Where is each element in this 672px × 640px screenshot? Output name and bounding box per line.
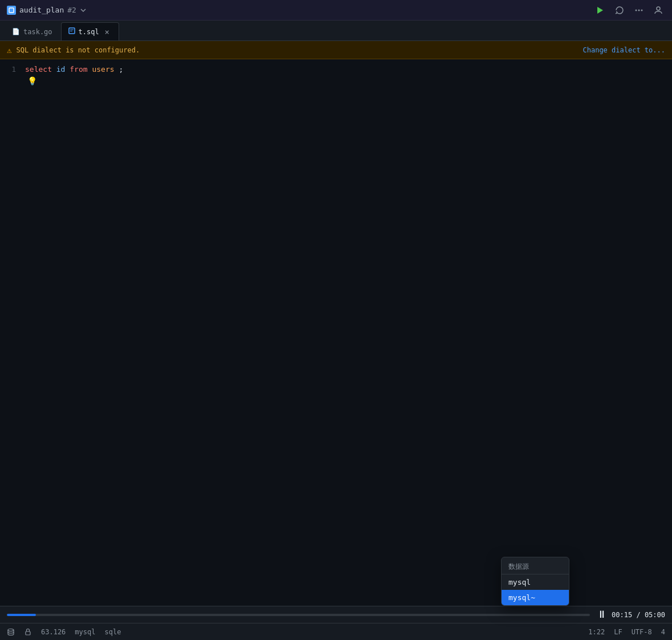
editor-container: 1 select id from users ; 💡	[0, 59, 672, 606]
progress-time: 00:15 / 05:00	[612, 611, 665, 619]
tab-task-go[interactable]: 📄 task.go	[5, 22, 60, 40]
statusbar-cursor: 1:22	[588, 628, 605, 636]
hint-bulb-icon: 💡	[27, 76, 37, 85]
run-number: #2	[67, 6, 76, 14]
statusbar-dialect[interactable]: mysql	[75, 628, 95, 636]
statusbar-lock[interactable]	[24, 628, 32, 636]
sql-file-icon	[68, 27, 75, 36]
svg-point-3	[638, 9, 640, 11]
dropdown-header: 数据源	[502, 557, 569, 574]
lock-icon	[24, 628, 32, 636]
statusbar-location: 63.126	[41, 628, 66, 636]
table-name: users	[92, 65, 114, 74]
svg-rect-0	[9, 8, 14, 13]
svg-point-9	[8, 629, 14, 631]
refresh-button[interactable]	[613, 3, 626, 17]
project-icon	[7, 6, 16, 15]
editor-line-hint: 💡	[0, 75, 672, 87]
chevron-down-icon[interactable]	[80, 7, 87, 14]
column-name: id	[56, 65, 66, 74]
dialect-value: mysql	[75, 628, 95, 636]
more-options-button[interactable]	[632, 3, 646, 17]
tabbar: 📄 task.go t.sql ×	[0, 21, 672, 41]
svg-marker-1	[597, 7, 603, 14]
statusbar: 63.126 mysql sqle 1:22 LF UTF-8 4	[0, 623, 672, 640]
statusbar-spaces: 4	[661, 628, 665, 636]
line-hint-content: 💡	[23, 75, 672, 87]
svg-rect-10	[26, 631, 30, 635]
change-dialect-link[interactable]: Change dialect to...	[583, 46, 666, 54]
tab-close-button[interactable]: ×	[103, 27, 112, 36]
dialect-dropdown: 数据源 mysql mysql~	[501, 557, 569, 606]
extra-value: sqle	[104, 628, 121, 636]
encoding-value: UTF-8	[632, 628, 652, 636]
spaces-value: 4	[661, 628, 665, 636]
pause-button[interactable]: ⏸	[597, 609, 607, 621]
progress-bar-container	[7, 614, 590, 616]
tab-task-go-label: task.go	[23, 28, 52, 36]
code-editor[interactable]: 1 select id from users ; 💡	[0, 59, 672, 623]
db-icon	[7, 628, 15, 636]
progress-bar-fill	[7, 614, 36, 616]
line-number-1: 1	[0, 64, 23, 75]
cursor-position: 1:22	[588, 628, 605, 636]
keyword-from: from	[70, 65, 87, 74]
warning-message: SQL dialect is not configured.	[16, 46, 578, 54]
keyword-select: select	[25, 65, 52, 74]
progress-area: ⏸ 00:15 / 05:00	[0, 606, 672, 623]
location-value: 63.126	[41, 628, 66, 636]
svg-point-5	[657, 7, 660, 10]
semicolon: ;	[119, 65, 123, 74]
editor-line-1: 1 select id from users ;	[0, 64, 672, 75]
dropdown-item-mysql-tilde[interactable]: mysql~	[502, 590, 569, 605]
user-button[interactable]	[651, 3, 665, 17]
line-ending-value: LF	[614, 628, 622, 636]
tab-t-sql[interactable]: t.sql ×	[61, 22, 119, 40]
project-name: audit_plan	[19, 6, 64, 14]
svg-point-2	[636, 9, 637, 11]
svg-point-4	[641, 9, 643, 11]
line-content-1: select id from users ;	[23, 64, 672, 75]
titlebar: audit_plan #2	[0, 0, 672, 21]
statusbar-db[interactable]	[7, 628, 15, 636]
warning-icon: ⚠	[7, 46, 11, 55]
warning-banner: ⚠ SQL dialect is not configured. Change …	[0, 41, 672, 59]
statusbar-line-ending[interactable]: LF	[614, 628, 622, 636]
statusbar-extra[interactable]: sqle	[104, 628, 121, 636]
dropdown-item-mysql[interactable]: mysql	[502, 574, 569, 590]
progress-controls: ⏸ 00:15 / 05:00	[597, 609, 665, 621]
go-file-icon: 📄	[12, 28, 20, 35]
project-info: audit_plan #2	[7, 6, 87, 15]
tab-t-sql-label: t.sql	[79, 28, 99, 36]
run-button[interactable]	[593, 3, 607, 17]
statusbar-encoding[interactable]: UTF-8	[632, 628, 652, 636]
